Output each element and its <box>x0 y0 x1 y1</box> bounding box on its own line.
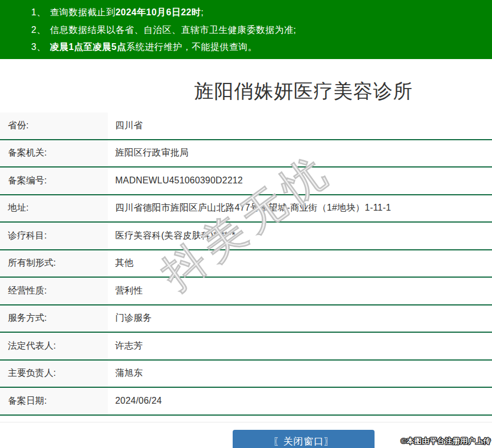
notice-segment: 2024年10月6日22时 <box>115 7 201 17</box>
table-row: 备案日期:2024/06/24 <box>0 388 492 416</box>
row-value: 蒲旭东 <box>108 361 492 387</box>
table-row: 地址:四川省德阳市旌阳区庐山北路477号希望城-商业街（1#地块）1-11-1 <box>0 195 492 223</box>
notice-list: 1、查询数据截止到2024年10月6日22时;2、信息数据结果以各省、自治区、直… <box>31 4 492 56</box>
notice-segment: 信息数据结果以各省、自治区、直辖市卫生健康委数据为准; <box>50 25 296 35</box>
table-row: 备案机关:旌阳区行政审批局 <box>0 140 492 168</box>
row-label: 服务方式: <box>0 305 108 332</box>
row-label: 备案机关: <box>0 140 108 167</box>
row-value: 其他 <box>108 250 492 277</box>
row-label: 法定代表人: <box>0 333 108 359</box>
table-row: 主要负责人:蒲旭东 <box>0 361 492 388</box>
row-value: 四川省德阳市旌阳区庐山北路477号希望城-商业街（1#地块）1-11-1 <box>108 195 492 222</box>
upload-credit-text: ©本图由平台注册用户上传 <box>401 436 491 446</box>
table-row: 省份:四川省 <box>0 112 492 140</box>
page: 1、查询数据截止到2024年10月6日22时;2、信息数据结果以各省、自治区、直… <box>0 0 492 448</box>
title-wrap: 旌阳俏姝妍医疗美容诊所 <box>0 78 492 104</box>
notice-number: 1、 <box>31 7 46 17</box>
row-label: 备案日期: <box>0 388 108 414</box>
notice-segment: ; <box>201 7 204 17</box>
table-row: 所有制形式:其他 <box>0 250 492 278</box>
row-label: 地址: <box>0 195 108 222</box>
table-row: 服务方式:门诊服务 <box>0 305 492 333</box>
row-value: 医疗美容科(美容皮肤科)****** <box>108 223 492 249</box>
notice-segment: 凌晨1点至凌晨5点 <box>50 42 126 52</box>
notice-banner: 1、查询数据截止到2024年10月6日22时;2、信息数据结果以各省、自治区、直… <box>0 0 492 59</box>
row-label: 省份: <box>0 112 108 139</box>
row-label: 所有制形式: <box>0 250 108 277</box>
row-value: 营利性 <box>108 278 492 304</box>
notice-item: 1、查询数据截止到2024年10月6日22时; <box>31 4 492 22</box>
notice-number: 2、 <box>31 25 46 35</box>
table-row: 法定代表人:许志芳 <box>0 333 492 361</box>
table-row: 经营性质:营利性 <box>0 278 492 305</box>
page-title: 旌阳俏姝妍医疗美容诊所 <box>0 78 492 104</box>
separator <box>0 422 492 422</box>
row-value: 2024/06/24 <box>108 388 492 414</box>
row-label: 诊疗科目: <box>0 223 108 249</box>
row-label: 主要负责人: <box>0 361 108 387</box>
close-window-button[interactable]: 〖关闭窗口〗 <box>233 430 375 448</box>
notice-segment: 查询数据截止到 <box>50 7 116 17</box>
row-label: 备案编号: <box>0 168 108 194</box>
record-table: 省份:四川省备案机关:旌阳区行政审批局备案编号:MADNEWLU45106039… <box>0 112 492 416</box>
row-value: 门诊服务 <box>108 305 492 332</box>
notice-segment: 系统进行维护，不能提供查询。 <box>126 42 257 52</box>
table-row: 诊疗科目:医疗美容科(美容皮肤科)****** <box>0 223 492 250</box>
notice-item: 2、信息数据结果以各省、自治区、直辖市卫生健康委数据为准; <box>31 22 492 39</box>
notice-item: 3、凌晨1点至凌晨5点系统进行维护，不能提供查询。 <box>31 39 492 56</box>
row-value: MADNEWLU451060390D2212 <box>108 168 492 194</box>
notice-number: 3、 <box>31 42 46 52</box>
row-value: 旌阳区行政审批局 <box>108 140 492 167</box>
row-value: 许志芳 <box>108 333 492 359</box>
row-label: 经营性质: <box>0 278 108 304</box>
table-row: 备案编号:MADNEWLU451060390D2212 <box>0 168 492 195</box>
row-value: 四川省 <box>108 112 492 139</box>
